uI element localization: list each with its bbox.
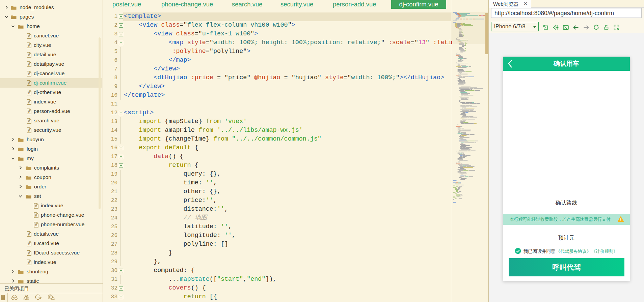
svg-text:V: V (35, 223, 37, 227)
svg-text:V: V (28, 251, 30, 255)
svg-text:V: V (35, 214, 37, 217)
svg-text:V: V (28, 34, 30, 38)
svg-text:V: V (28, 242, 30, 246)
svg-text:V: V (28, 119, 30, 123)
svg-text:V: V (28, 72, 30, 76)
svg-text:V: V (35, 204, 37, 208)
svg-text:V: V (28, 100, 30, 104)
svg-text:V: V (28, 91, 30, 95)
svg-text:V: V (28, 110, 30, 114)
svg-text:V: V (28, 44, 30, 48)
svg-text:V: V (28, 129, 30, 132)
svg-text:V: V (28, 233, 30, 236)
svg-text:V: V (28, 261, 30, 265)
svg-text:V: V (28, 82, 30, 85)
svg-text:V: V (28, 63, 30, 66)
svg-text:V: V (28, 53, 30, 57)
